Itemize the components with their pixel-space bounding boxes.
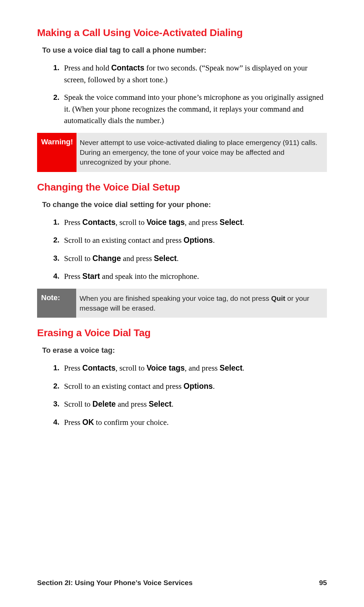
heading-erasing-voice-dial-tag: Erasing a Voice Dial Tag <box>37 327 327 339</box>
note-body: When you are finished speaking your voic… <box>76 289 327 318</box>
step-item: 1. Press and hold Contacts for two secon… <box>53 62 327 86</box>
step-item: 4. Press OK to confirm your choice. <box>53 416 327 429</box>
steps-erase-voice-tag: 1. Press Contacts, scroll to Voice tags,… <box>53 362 327 428</box>
warning-label: Warning! <box>37 133 77 172</box>
step-item: 2. Speak the voice command into your pho… <box>53 92 327 127</box>
step-item: 1. Press Contacts, scroll to Voice tags,… <box>53 362 327 374</box>
step-number: 4. <box>53 416 59 428</box>
step-text: Press Contacts, scroll to Voice tags, an… <box>64 218 244 227</box>
intro-change-voice-dial: To change the voice dial setting for you… <box>42 200 327 209</box>
step-item: 1. Press Contacts, scroll to Voice tags,… <box>53 216 327 229</box>
step-number: 4. <box>53 270 59 282</box>
step-item: 2. Scroll to an existing contact and pre… <box>53 234 327 247</box>
step-text: Press Start and speak into the microphon… <box>64 272 199 281</box>
warning-callout: Warning! Never attempt to use voice-acti… <box>37 133 327 172</box>
step-item: 4. Press Start and speak into the microp… <box>53 270 327 283</box>
intro-erase-voice-tag: To erase a voice tag: <box>42 346 327 355</box>
footer-section-label: Section 2I: Using Your Phone’s Voice Ser… <box>37 579 192 587</box>
note-label: Note: <box>37 289 76 318</box>
step-number: 2. <box>53 92 59 103</box>
note-callout: Note: When you are finished speaking you… <box>37 289 327 318</box>
step-number: 2. <box>53 234 59 245</box>
step-number: 1. <box>53 216 59 228</box>
step-item: 2. Scroll to an existing contact and pre… <box>53 380 327 393</box>
step-number: 3. <box>53 398 59 409</box>
steps-voice-dial-call: 1. Press and hold Contacts for two secon… <box>53 62 327 127</box>
step-text: Press OK to confirm your choice. <box>64 418 169 427</box>
step-text: Scroll to an existing contact and press … <box>64 236 215 244</box>
step-text: Scroll to Delete and press Select. <box>64 400 174 408</box>
step-text: Speak the voice command into your phone’… <box>64 93 324 125</box>
heading-changing-voice-dial: Changing the Voice Dial Setup <box>37 181 327 193</box>
step-number: 3. <box>53 253 59 264</box>
page-content: Making a Call Using Voice-Activated Dial… <box>37 27 327 428</box>
page-footer: Section 2I: Using Your Phone’s Voice Ser… <box>37 579 327 587</box>
step-number: 1. <box>53 62 59 73</box>
step-item: 3. Scroll to Delete and press Select. <box>53 398 327 410</box>
footer-page-number: 95 <box>319 579 327 587</box>
heading-voice-activated-dialing: Making a Call Using Voice-Activated Dial… <box>37 27 327 38</box>
step-number: 2. <box>53 380 59 392</box>
step-text: Scroll to Change and press Select. <box>64 254 179 263</box>
intro-voice-dial-call: To use a voice dial tag to call a phone … <box>42 46 327 55</box>
warning-body: Never attempt to use voice-activated dia… <box>77 133 327 172</box>
step-text: Press and hold Contacts for two seconds.… <box>64 64 308 84</box>
step-text: Press Contacts, scroll to Voice tags, an… <box>64 364 244 372</box>
step-item: 3. Scroll to Change and press Select. <box>53 253 327 265</box>
steps-change-voice-dial: 1. Press Contacts, scroll to Voice tags,… <box>53 216 327 283</box>
step-text: Scroll to an existing contact and press … <box>64 382 215 391</box>
step-number: 1. <box>53 362 59 373</box>
